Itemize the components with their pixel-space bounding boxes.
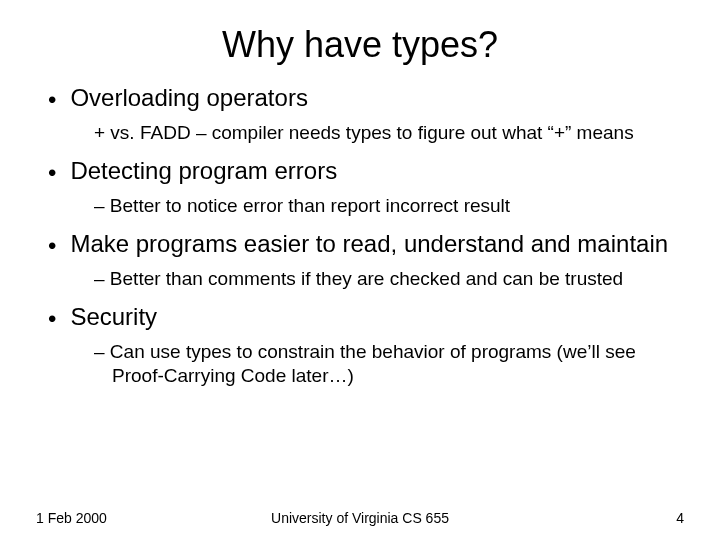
bullet-marker: •	[48, 230, 56, 261]
bullet-item: • Make programs easier to read, understa…	[48, 230, 684, 261]
sub-bullet: + vs. FADD – compiler needs types to fig…	[94, 121, 664, 145]
bullet-marker: •	[48, 157, 56, 188]
bullet-text: Overloading operators	[70, 84, 307, 115]
bullet-text: Detecting program errors	[70, 157, 337, 188]
sub-bullet-text: Better than comments if they are checked…	[110, 268, 623, 289]
footer-date: 1 Feb 2000	[36, 510, 107, 526]
slide-title: Why have types?	[36, 24, 684, 66]
bullet-marker: •	[48, 303, 56, 334]
bullet-item: • Security	[48, 303, 684, 334]
footer-center: University of Virginia CS 655	[36, 510, 684, 526]
sub-bullet: – Better to notice error than report inc…	[94, 194, 664, 218]
bullet-text: Make programs easier to read, understand…	[70, 230, 668, 261]
bullet-item: • Overloading operators	[48, 84, 684, 115]
sub-bullet: – Can use types to constrain the behavio…	[94, 340, 664, 388]
sub-bullet-text: Can use types to constrain the behavior …	[110, 341, 636, 386]
sub-bullet-text: Better to notice error than report incor…	[110, 195, 510, 216]
slide-footer: 1 Feb 2000 University of Virginia CS 655…	[36, 510, 684, 526]
bullet-text: Security	[70, 303, 157, 334]
sub-bullet: – Better than comments if they are check…	[94, 267, 664, 291]
footer-page-number: 4	[676, 510, 684, 526]
bullet-marker: •	[48, 84, 56, 115]
bullet-item: • Detecting program errors	[48, 157, 684, 188]
